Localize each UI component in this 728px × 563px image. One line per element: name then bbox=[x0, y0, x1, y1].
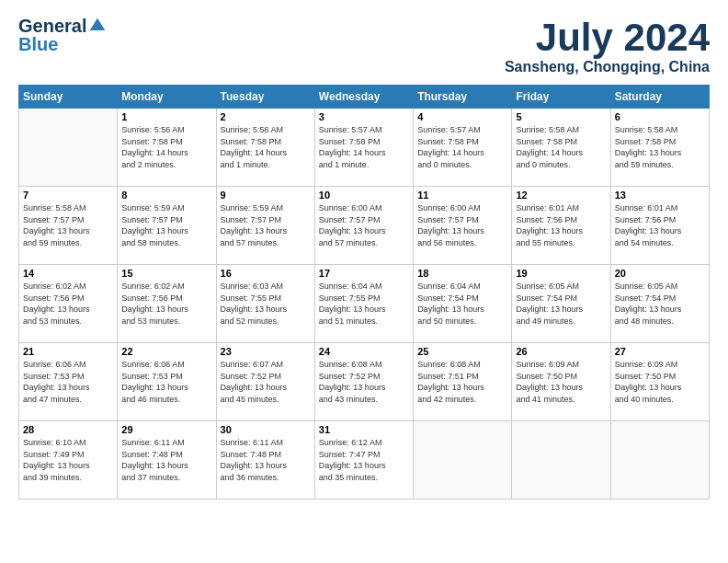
day-info: Sunrise: 6:00 AM Sunset: 7:57 PM Dayligh… bbox=[319, 202, 409, 248]
logo-icon bbox=[88, 17, 107, 35]
day-number: 5 bbox=[516, 111, 606, 122]
day-number: 17 bbox=[319, 268, 409, 279]
day-cell: 12Sunrise: 6:01 AM Sunset: 7:56 PM Dayli… bbox=[512, 187, 610, 265]
day-number: 9 bbox=[221, 190, 311, 201]
col-header-friday: Friday bbox=[512, 86, 610, 109]
day-number: 16 bbox=[221, 268, 311, 279]
day-number: 27 bbox=[615, 346, 705, 357]
day-number: 18 bbox=[417, 268, 507, 279]
day-cell: 14Sunrise: 6:02 AM Sunset: 7:56 PM Dayli… bbox=[19, 265, 118, 343]
col-header-tuesday: Tuesday bbox=[216, 86, 314, 109]
title-location: Sansheng, Chongqing, China bbox=[505, 59, 710, 75]
day-info: Sunrise: 6:09 AM Sunset: 7:50 PM Dayligh… bbox=[516, 359, 606, 405]
day-number: 24 bbox=[319, 346, 409, 357]
day-info: Sunrise: 6:10 AM Sunset: 7:49 PM Dayligh… bbox=[23, 437, 113, 483]
day-number: 28 bbox=[23, 424, 113, 435]
col-header-sunday: Sunday bbox=[19, 86, 118, 109]
day-cell: 29Sunrise: 6:11 AM Sunset: 7:48 PM Dayli… bbox=[118, 421, 216, 500]
col-header-wednesday: Wednesday bbox=[314, 86, 413, 109]
day-info: Sunrise: 6:08 AM Sunset: 7:51 PM Dayligh… bbox=[417, 359, 507, 405]
day-info: Sunrise: 5:57 AM Sunset: 7:58 PM Dayligh… bbox=[417, 124, 507, 170]
day-info: Sunrise: 6:05 AM Sunset: 7:54 PM Dayligh… bbox=[516, 281, 606, 327]
day-cell: 30Sunrise: 6:11 AM Sunset: 7:48 PM Dayli… bbox=[216, 421, 314, 500]
day-number: 22 bbox=[121, 346, 211, 357]
col-header-saturday: Saturday bbox=[610, 86, 709, 109]
day-cell: 31Sunrise: 6:12 AM Sunset: 7:47 PM Dayli… bbox=[314, 421, 413, 500]
day-cell: 15Sunrise: 6:02 AM Sunset: 7:56 PM Dayli… bbox=[118, 265, 216, 343]
col-header-thursday: Thursday bbox=[414, 86, 512, 109]
logo-blue-text: Blue bbox=[18, 35, 58, 53]
day-info: Sunrise: 6:04 AM Sunset: 7:54 PM Dayligh… bbox=[417, 281, 507, 327]
day-cell: 26Sunrise: 6:09 AM Sunset: 7:50 PM Dayli… bbox=[512, 343, 610, 421]
day-info: Sunrise: 6:02 AM Sunset: 7:56 PM Dayligh… bbox=[23, 281, 113, 327]
day-info: Sunrise: 6:00 AM Sunset: 7:57 PM Dayligh… bbox=[417, 202, 507, 248]
day-info: Sunrise: 5:58 AM Sunset: 7:58 PM Dayligh… bbox=[615, 124, 705, 170]
day-number: 25 bbox=[417, 346, 507, 357]
day-info: Sunrise: 5:56 AM Sunset: 7:58 PM Dayligh… bbox=[221, 124, 311, 170]
day-info: Sunrise: 6:11 AM Sunset: 7:48 PM Dayligh… bbox=[121, 437, 211, 483]
day-cell bbox=[610, 421, 709, 500]
day-number: 19 bbox=[516, 268, 606, 279]
logo-general: General bbox=[18, 17, 86, 35]
day-number: 6 bbox=[615, 111, 705, 122]
day-cell: 24Sunrise: 6:08 AM Sunset: 7:52 PM Dayli… bbox=[314, 343, 413, 421]
day-info: Sunrise: 5:56 AM Sunset: 7:58 PM Dayligh… bbox=[121, 124, 211, 170]
day-number: 23 bbox=[221, 346, 311, 357]
day-cell: 1Sunrise: 5:56 AM Sunset: 7:58 PM Daylig… bbox=[118, 109, 216, 187]
day-info: Sunrise: 6:05 AM Sunset: 7:54 PM Dayligh… bbox=[615, 281, 705, 327]
day-number: 7 bbox=[23, 190, 113, 201]
day-cell: 22Sunrise: 6:06 AM Sunset: 7:53 PM Dayli… bbox=[118, 343, 216, 421]
day-number: 3 bbox=[319, 111, 409, 122]
day-cell: 18Sunrise: 6:04 AM Sunset: 7:54 PM Dayli… bbox=[414, 265, 512, 343]
header: General Blue July 2024 Sansheng, Chongqi… bbox=[18, 17, 710, 75]
day-cell: 5Sunrise: 5:58 AM Sunset: 7:58 PM Daylig… bbox=[512, 109, 610, 187]
day-cell: 28Sunrise: 6:10 AM Sunset: 7:49 PM Dayli… bbox=[19, 421, 118, 500]
day-cell: 25Sunrise: 6:08 AM Sunset: 7:51 PM Dayli… bbox=[414, 343, 512, 421]
day-cell: 20Sunrise: 6:05 AM Sunset: 7:54 PM Dayli… bbox=[610, 265, 709, 343]
day-number: 2 bbox=[221, 111, 311, 122]
title-month: July 2024 bbox=[505, 17, 710, 59]
day-number: 20 bbox=[615, 268, 705, 279]
day-cell: 2Sunrise: 5:56 AM Sunset: 7:58 PM Daylig… bbox=[216, 109, 314, 187]
week-row-3: 21Sunrise: 6:06 AM Sunset: 7:53 PM Dayli… bbox=[19, 343, 710, 421]
day-info: Sunrise: 6:08 AM Sunset: 7:52 PM Dayligh… bbox=[319, 359, 409, 405]
day-info: Sunrise: 6:06 AM Sunset: 7:53 PM Dayligh… bbox=[23, 359, 113, 405]
day-info: Sunrise: 6:01 AM Sunset: 7:56 PM Dayligh… bbox=[615, 202, 705, 248]
day-number: 29 bbox=[121, 424, 211, 435]
page: General Blue July 2024 Sansheng, Chongqi… bbox=[0, 0, 728, 563]
day-cell: 13Sunrise: 6:01 AM Sunset: 7:56 PM Dayli… bbox=[610, 187, 709, 265]
day-info: Sunrise: 6:02 AM Sunset: 7:56 PM Dayligh… bbox=[121, 281, 211, 327]
day-info: Sunrise: 5:58 AM Sunset: 7:57 PM Dayligh… bbox=[23, 202, 113, 248]
day-info: Sunrise: 6:03 AM Sunset: 7:55 PM Dayligh… bbox=[221, 281, 311, 327]
day-info: Sunrise: 6:09 AM Sunset: 7:50 PM Dayligh… bbox=[615, 359, 705, 405]
logo-text: General bbox=[18, 17, 107, 35]
day-cell bbox=[512, 421, 610, 500]
day-cell: 3Sunrise: 5:57 AM Sunset: 7:58 PM Daylig… bbox=[314, 109, 413, 187]
day-cell: 10Sunrise: 6:00 AM Sunset: 7:57 PM Dayli… bbox=[314, 187, 413, 265]
day-number: 11 bbox=[417, 190, 507, 201]
day-cell bbox=[19, 109, 118, 187]
day-cell: 23Sunrise: 6:07 AM Sunset: 7:52 PM Dayli… bbox=[216, 343, 314, 421]
day-cell: 19Sunrise: 6:05 AM Sunset: 7:54 PM Dayli… bbox=[512, 265, 610, 343]
svg-marker-0 bbox=[90, 18, 106, 30]
day-info: Sunrise: 6:06 AM Sunset: 7:53 PM Dayligh… bbox=[121, 359, 211, 405]
day-info: Sunrise: 5:58 AM Sunset: 7:58 PM Dayligh… bbox=[516, 124, 606, 170]
day-cell: 9Sunrise: 5:59 AM Sunset: 7:57 PM Daylig… bbox=[216, 187, 314, 265]
day-cell: 16Sunrise: 6:03 AM Sunset: 7:55 PM Dayli… bbox=[216, 265, 314, 343]
day-number: 1 bbox=[121, 111, 211, 122]
day-number: 8 bbox=[121, 190, 211, 201]
day-number: 31 bbox=[319, 424, 409, 435]
day-number: 13 bbox=[615, 190, 705, 201]
day-cell bbox=[414, 421, 512, 500]
logo: General Blue bbox=[18, 17, 107, 53]
day-number: 10 bbox=[319, 190, 409, 201]
day-cell: 8Sunrise: 5:59 AM Sunset: 7:57 PM Daylig… bbox=[118, 187, 216, 265]
day-cell: 11Sunrise: 6:00 AM Sunset: 7:57 PM Dayli… bbox=[414, 187, 512, 265]
day-cell: 27Sunrise: 6:09 AM Sunset: 7:50 PM Dayli… bbox=[610, 343, 709, 421]
day-info: Sunrise: 6:07 AM Sunset: 7:52 PM Dayligh… bbox=[221, 359, 311, 405]
day-number: 15 bbox=[121, 268, 211, 279]
day-cell: 17Sunrise: 6:04 AM Sunset: 7:55 PM Dayli… bbox=[314, 265, 413, 343]
day-cell: 4Sunrise: 5:57 AM Sunset: 7:58 PM Daylig… bbox=[414, 109, 512, 187]
day-info: Sunrise: 5:59 AM Sunset: 7:57 PM Dayligh… bbox=[221, 202, 311, 248]
day-cell: 21Sunrise: 6:06 AM Sunset: 7:53 PM Dayli… bbox=[19, 343, 118, 421]
